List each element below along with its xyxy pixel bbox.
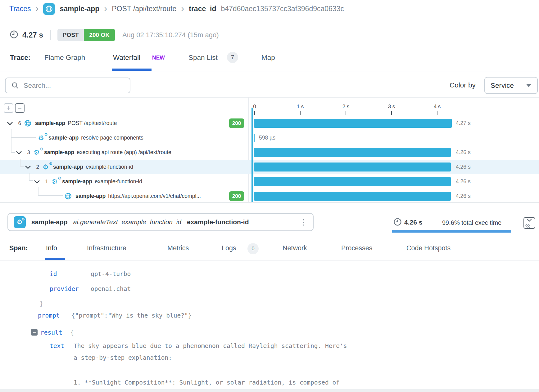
collapse-panel-icon[interactable] xyxy=(523,217,535,229)
tab-span-list[interactable]: Span List xyxy=(188,54,218,62)
divider xyxy=(50,30,51,40)
child-count: 1 xyxy=(42,179,48,185)
json-key[interactable]: text xyxy=(50,342,64,350)
kebab-menu-icon[interactable]: ⋮ xyxy=(300,218,307,226)
span-bar[interactable] xyxy=(254,192,451,201)
child-count: 6 xyxy=(15,120,21,127)
globe-icon xyxy=(63,192,73,200)
search-input[interactable] xyxy=(5,78,130,93)
trace-timestamp: Aug 02 17:35:10.274 (15m ago) xyxy=(122,31,219,39)
http-status-badge: 200 OK xyxy=(84,29,115,41)
span-bar[interactable] xyxy=(254,163,451,172)
span-operation: resolve page components xyxy=(81,135,143,141)
json-key[interactable]: id xyxy=(50,270,57,278)
span-tree-cell: 2 ⚙⚙ sample-app example-function-id xyxy=(0,160,229,174)
gears-icon: ⚙⚙ xyxy=(50,178,59,185)
tree-connector xyxy=(29,180,33,181)
span-duration: 4.26 s xyxy=(456,164,471,170)
span-operation-name: example-function-id xyxy=(187,218,249,226)
chevron-down-icon xyxy=(526,218,532,224)
axis-tick xyxy=(437,111,437,115)
span-row[interactable]: 6 sample-app POST /api/text/route 200 4.… xyxy=(0,116,539,131)
tree-connector xyxy=(11,152,15,153)
http-method-badge: POST xyxy=(57,29,84,41)
axis-tick xyxy=(346,111,346,115)
clock-icon xyxy=(393,217,402,228)
tree-connector xyxy=(38,187,38,196)
gears-icon: ⚙⚙ xyxy=(36,135,46,141)
span-service: sample-app xyxy=(53,164,83,170)
axis-tick-label: 0 xyxy=(248,104,261,110)
span-bar[interactable] xyxy=(254,119,452,128)
chevron-down-icon[interactable] xyxy=(34,180,42,184)
json-brace: { xyxy=(70,329,74,336)
axis-tick-label: 3 s xyxy=(385,104,398,110)
breadcrumb-service[interactable]: sample-app xyxy=(60,5,99,13)
logs-count-badge: 0 xyxy=(247,243,259,254)
tab-info[interactable]: Info xyxy=(46,244,57,252)
json-key[interactable]: result xyxy=(40,329,62,336)
json-value: a step-by-step explanation: xyxy=(74,354,172,361)
chevron-down-icon[interactable] xyxy=(7,122,15,125)
json-value: 1. **Sunlight Composition**: Sunlight, o… xyxy=(74,379,340,386)
span-row[interactable]: sample-app https://api.openai.com/v1/cha… xyxy=(0,189,539,203)
json-value: {"prompt":"Why is the sky blue?"} xyxy=(71,312,192,319)
tab-logs[interactable]: Logs xyxy=(222,244,236,252)
span-tree-cell: ⚙⚙ sample-app resolve page components xyxy=(0,131,229,145)
span-bar[interactable] xyxy=(254,148,451,157)
breadcrumb-route[interactable]: POST /api/text/route xyxy=(112,5,176,13)
globe-icon xyxy=(23,119,32,127)
trace-page: Traces › sample-app › POST /api/text/rou… xyxy=(0,0,539,392)
expand-all-button[interactable]: + xyxy=(4,103,13,113)
span-operation: example-function-id xyxy=(95,178,142,185)
span-duration: 598 µs xyxy=(259,135,275,141)
search-icon xyxy=(11,82,19,91)
tab-map[interactable]: Map xyxy=(261,54,275,62)
tab-waterfall[interactable]: Waterfall xyxy=(113,54,140,62)
chevron-down-icon[interactable] xyxy=(25,165,33,169)
tab-code-hotspots[interactable]: Code Hotspots xyxy=(406,244,451,252)
globe-icon xyxy=(43,3,55,15)
span-tree-cell: 6 sample-app POST /api/text/route xyxy=(0,116,229,131)
span-operation: https://api.openai.com/v1/chat/compl... xyxy=(108,193,201,199)
tab-infrastructure[interactable]: Infrastructure xyxy=(87,244,126,252)
tab-flame-graph[interactable]: Flame Graph xyxy=(44,54,85,62)
new-badge: NEW xyxy=(152,55,165,61)
json-brace: } xyxy=(40,300,43,307)
tree-connector xyxy=(38,195,63,196)
color-by-select[interactable]: Service xyxy=(484,77,538,94)
span-duration: 4.26 s xyxy=(456,193,471,199)
breadcrumb-traces-link[interactable]: Traces xyxy=(9,5,31,13)
span-row[interactable]: ⚙⚙ sample-app resolve page components 59… xyxy=(0,131,539,145)
collapse-all-button[interactable]: − xyxy=(15,103,25,113)
span-duration: 4.27 s xyxy=(456,120,471,127)
divider xyxy=(0,97,539,98)
collapse-node-icon[interactable]: − xyxy=(31,329,38,336)
span-row-selected[interactable]: 2 ⚙⚙ sample-app example-function-id 4.26… xyxy=(0,160,539,174)
divider xyxy=(0,202,539,203)
span-row[interactable]: 3 ⚙⚙ sample-app executing api route (app… xyxy=(0,145,539,160)
axis-tick xyxy=(300,111,301,115)
tab-processes[interactable]: Processes xyxy=(341,244,372,252)
span-tabs-label: Span: xyxy=(9,244,28,252)
tree-connector xyxy=(11,129,11,153)
json-key[interactable]: provider xyxy=(50,285,79,292)
json-key[interactable]: prompt xyxy=(38,312,60,319)
span-row[interactable]: 1 ⚙⚙ sample-app example-function-id 4.26… xyxy=(0,174,539,189)
span-tree-cell: sample-app https://api.openai.com/v1/cha… xyxy=(0,189,229,203)
gears-icon: ⚙⚙ xyxy=(32,149,41,156)
tab-metrics[interactable]: Metrics xyxy=(167,244,189,252)
tab-network[interactable]: Network xyxy=(283,244,307,252)
tree-connector xyxy=(11,137,36,138)
span-bar[interactable] xyxy=(254,134,255,142)
tree-connector xyxy=(20,166,24,167)
span-bar[interactable] xyxy=(254,177,451,186)
span-service: sample-app xyxy=(75,193,106,199)
scrollbar-track[interactable] xyxy=(0,389,539,392)
hatch-decoration xyxy=(525,224,530,228)
span-service: sample-app xyxy=(44,149,74,156)
span-operation: example-function-id xyxy=(86,164,133,170)
trace-duration: 4.27 s xyxy=(22,31,43,39)
active-tab-underline xyxy=(112,69,152,71)
chevron-down-icon[interactable] xyxy=(16,151,24,154)
